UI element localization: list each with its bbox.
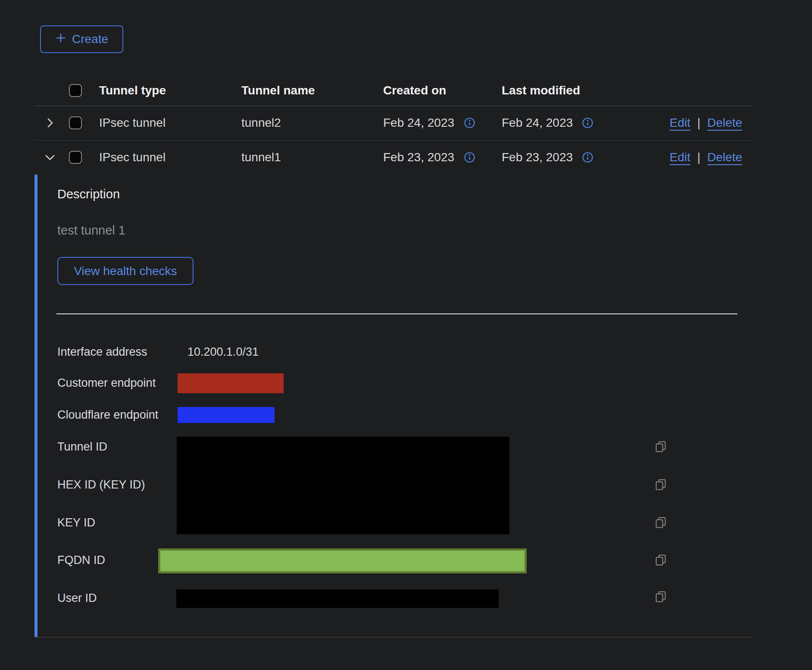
last-modified-cell: Feb 23, 2023: [502, 150, 573, 164]
interface-address-label: Interface address: [57, 345, 147, 359]
view-health-checks-button[interactable]: View health checks: [57, 257, 194, 285]
description-value: test tunnel 1: [57, 223, 125, 238]
edit-link[interactable]: Edit: [670, 150, 690, 164]
description-label: Description: [57, 187, 120, 201]
collapse-row-button[interactable]: [44, 151, 56, 163]
hex-id-label: HEX ID (KEY ID): [57, 478, 145, 492]
copy-hex-id-button[interactable]: [655, 479, 667, 491]
copy-icon: [655, 448, 667, 454]
row-checkbox[interactable]: [69, 116, 82, 129]
create-button[interactable]: Create: [40, 25, 123, 53]
customer-endpoint-label: Customer endpoint: [57, 376, 156, 390]
last-modified-info-button[interactable]: [582, 152, 593, 163]
actions-separator: |: [697, 116, 700, 130]
actions-separator: |: [697, 150, 700, 164]
tunnel-type-cell: IPsec tunnel: [99, 150, 166, 164]
table-row: IPsec tunnel tunnel2 Feb 24, 2023 Feb 24…: [34, 106, 752, 141]
create-button-label: Create: [72, 32, 108, 46]
copy-icon: [655, 561, 667, 567]
copy-fqdn-id-button[interactable]: [655, 554, 667, 566]
expanded-panel-accent-bar: [34, 175, 37, 637]
copy-key-id-button[interactable]: [655, 517, 667, 529]
created-on-cell: Feb 23, 2023: [383, 150, 454, 164]
copy-icon: [655, 523, 667, 530]
header-tunnel-type: Tunnel type: [99, 84, 166, 97]
header-last-modified: Last modified: [502, 84, 580, 97]
tunnel-name-cell: tunnel1: [241, 150, 281, 164]
tunnel-name-cell: tunnel2: [241, 116, 281, 130]
last-modified-cell: Feb 24, 2023: [502, 116, 573, 130]
user-id-value-redacted: [176, 589, 499, 608]
last-modified-info-button[interactable]: [582, 117, 593, 129]
panel-divider: [56, 313, 737, 314]
chevron-down-icon: [44, 158, 56, 165]
copy-tunnel-id-button[interactable]: [655, 441, 667, 453]
copy-icon: [655, 598, 667, 604]
tunnel-type-cell: IPsec tunnel: [99, 116, 166, 130]
panel-bottom-divider: [34, 637, 752, 638]
delete-link[interactable]: Delete: [707, 116, 742, 130]
customer-endpoint-value-redacted: [178, 373, 284, 393]
fqdn-id-value-redacted: [158, 548, 527, 573]
header-created-on: Created on: [383, 84, 446, 97]
expand-row-button[interactable]: [44, 117, 56, 129]
cloudflare-endpoint-value-redacted: [178, 407, 275, 423]
created-on-info-button[interactable]: [464, 117, 475, 129]
created-on-cell: Feb 24, 2023: [383, 116, 454, 130]
info-icon: [582, 158, 593, 165]
delete-link[interactable]: Delete: [707, 150, 742, 164]
fqdn-id-label: FQDN ID: [57, 554, 105, 567]
ids-values-redacted: [177, 437, 509, 534]
info-icon: [582, 124, 593, 130]
key-id-label: KEY ID: [57, 516, 95, 529]
table-header-row: Tunnel type Tunnel name Created on Last …: [34, 75, 752, 106]
interface-address-value: 10.200.1.0/31: [187, 345, 259, 359]
info-icon: [464, 124, 475, 130]
select-all-checkbox[interactable]: [69, 84, 82, 97]
cloudflare-endpoint-label: Cloudflare endpoint: [57, 408, 158, 422]
row-actions: Edit | Delete: [670, 116, 742, 130]
row-checkbox[interactable]: [69, 151, 82, 164]
tunnel-id-label: Tunnel ID: [57, 440, 107, 454]
created-on-info-button[interactable]: [464, 152, 475, 163]
header-tunnel-name: Tunnel name: [241, 84, 315, 97]
info-icon: [464, 158, 475, 165]
plus-icon: [55, 32, 66, 47]
copy-user-id-button[interactable]: [655, 591, 667, 603]
table-row: IPsec tunnel tunnel1 Feb 23, 2023 Feb 23…: [34, 140, 752, 175]
copy-icon: [655, 485, 667, 492]
user-id-label: User ID: [57, 592, 97, 605]
row-actions: Edit | Delete: [670, 150, 742, 164]
ipsec-tunnels-page: Create Tunnel type Tunnel name Created o…: [0, 0, 812, 670]
edit-link[interactable]: Edit: [670, 116, 690, 130]
chevron-right-icon: [44, 124, 56, 130]
